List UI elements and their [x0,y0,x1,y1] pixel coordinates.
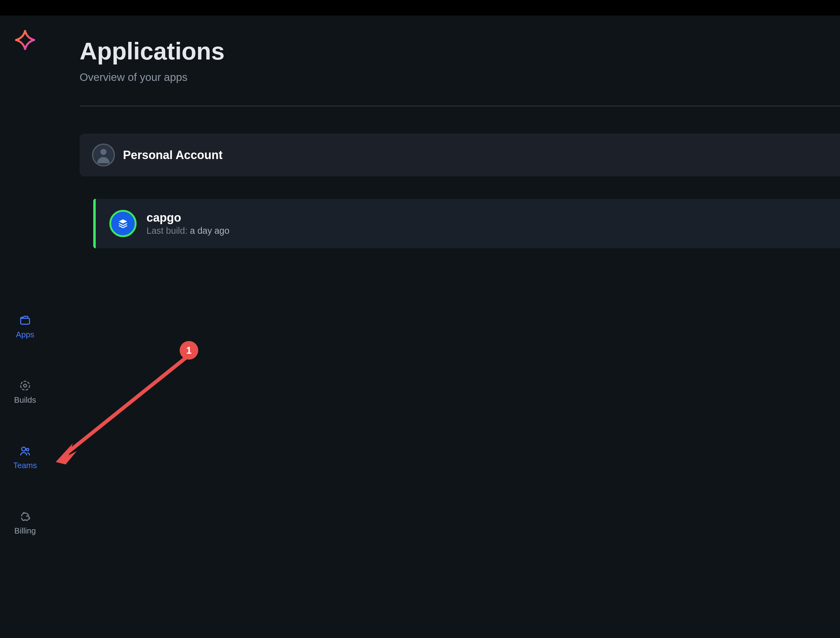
gear-dashed-icon [19,380,31,391]
sidebar-item-label: Apps [16,330,34,339]
sidebar-item-label: Builds [14,395,36,405]
svg-point-2 [21,381,30,390]
sidebar-item-billing[interactable]: Billing [14,511,36,536]
top-bar [0,0,840,16]
account-label: Personal Account [123,149,223,162]
app-icon [109,210,137,237]
account-header[interactable]: Personal Account [80,134,840,176]
page-title: Applications [80,37,840,65]
folder-icon [19,314,31,326]
piggy-bank-icon [19,511,31,522]
sidebar: Apps Builds [0,16,50,638]
app-logo[interactable] [14,29,36,51]
avatar [92,144,115,166]
sidebar-item-builds[interactable]: Builds [14,380,36,405]
app-name: capgo [147,211,229,225]
svg-point-5 [27,516,27,516]
sidebar-item-label: Teams [13,461,37,470]
people-icon [19,445,31,457]
svg-point-7 [100,149,107,155]
sidebar-item-label: Billing [14,526,36,536]
sidebar-item-apps[interactable]: Apps [16,314,34,339]
svg-point-4 [26,448,29,451]
svg-point-1 [24,384,27,387]
app-meta-label: Last build: [147,226,187,236]
divider [80,106,840,106]
svg-rect-0 [21,318,30,324]
svg-point-3 [22,447,26,451]
page-subtitle: Overview of your apps [80,71,840,83]
app-card[interactable]: capgo Last build: a day ago [93,199,840,248]
sidebar-item-teams[interactable]: Teams [13,445,37,470]
app-meta-value: a day ago [190,226,229,236]
main-content: Applications Overview of your apps Perso… [50,16,840,638]
